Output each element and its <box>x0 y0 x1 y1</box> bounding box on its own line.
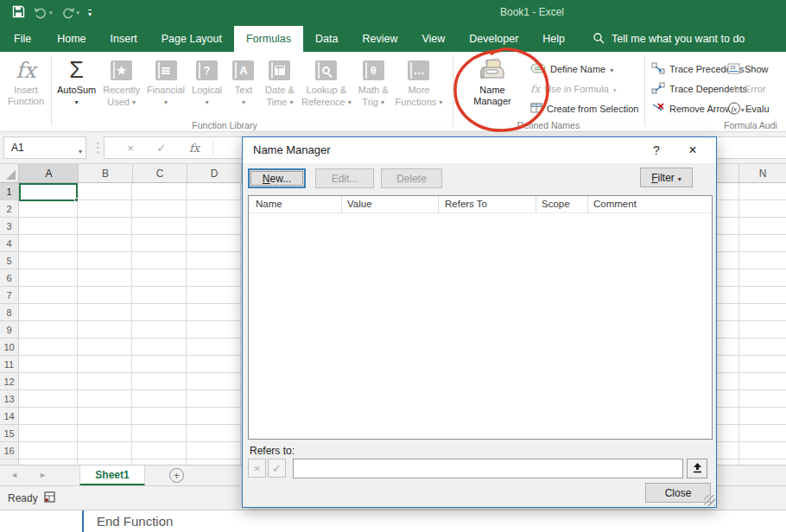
tab-insert[interactable]: Insert <box>98 26 149 52</box>
tab-page-layout[interactable]: Page Layout <box>149 26 234 52</box>
row-header-2[interactable]: 2 <box>0 200 18 218</box>
error-checking-button[interactable]: Error <box>727 79 765 98</box>
svg-text:15: 15 <box>730 64 736 69</box>
new-button[interactable]: New... <box>248 168 306 188</box>
column-header-b[interactable]: B <box>78 164 132 182</box>
column-header-n[interactable]: N <box>738 164 786 182</box>
row-header-16[interactable]: 16 <box>0 442 18 459</box>
logical-button[interactable]: ? Logical <box>188 52 225 108</box>
filter-button[interactable]: Filter <box>640 168 693 187</box>
lookup-reference-button[interactable]: Lookup & Reference <box>298 52 355 108</box>
row-header-4[interactable]: 4 <box>0 235 18 252</box>
tab-help[interactable]: Help <box>530 26 577 52</box>
resize-grip[interactable] <box>704 495 715 506</box>
refers-cancel-button[interactable]: × <box>248 459 266 478</box>
name-box-caret-icon[interactable] <box>79 144 82 156</box>
calendar-clock-icon <box>269 60 290 80</box>
col-scope[interactable]: Scope <box>542 199 570 209</box>
row-header-13[interactable]: 13 <box>0 390 18 408</box>
col-name[interactable]: Name <box>256 199 282 209</box>
tab-review[interactable]: Review <box>350 26 409 52</box>
tab-developer[interactable]: Developer <box>457 26 530 52</box>
sheet-tab-sheet1[interactable]: Sheet1 <box>79 466 145 486</box>
show-formulas-button[interactable]: 15 Show <box>727 60 769 79</box>
undo-button[interactable]: ▾ <box>34 7 53 19</box>
row-header-7[interactable]: 7 <box>0 287 18 304</box>
row-header-9[interactable]: 9 <box>0 321 18 339</box>
sheet-nav-left-icon[interactable]: ◄ <box>10 471 18 479</box>
collapse-arrow-icon <box>693 461 702 477</box>
date-time-button[interactable]: Date & Time <box>262 52 298 108</box>
math-trig-button[interactable]: θ Math & Trig <box>355 52 392 108</box>
column-header-a[interactable]: A <box>19 164 78 182</box>
dialog-title-bar[interactable]: Name Manager ? × <box>243 137 716 163</box>
card-file-drawer-icon <box>479 57 506 84</box>
tab-view[interactable]: View <box>409 26 457 52</box>
book-a-icon: A <box>232 60 254 80</box>
row-header-10[interactable]: 10 <box>0 339 18 356</box>
row-header-14[interactable]: 14 <box>0 408 18 425</box>
dialog-close-icon[interactable]: × <box>680 141 706 160</box>
name-manager-button[interactable]: Name Manager <box>460 52 525 106</box>
text-button[interactable]: A Text <box>225 52 262 108</box>
row-header-8[interactable]: 8 <box>0 304 18 321</box>
confirm-entry-icon[interactable]: ✓ <box>150 136 173 159</box>
column-header-c[interactable]: C <box>132 164 187 182</box>
dropdown-caret-icon <box>439 96 442 109</box>
refers-confirm-button[interactable]: ✓ <box>268 459 286 478</box>
insert-function-button[interactable]: fx Insert Function <box>2 52 50 106</box>
macro-record-icon[interactable] <box>43 491 56 507</box>
use-in-formula-button[interactable]: fx Use in Formula <box>530 79 617 98</box>
new-sheet-button[interactable]: + <box>169 468 184 483</box>
tab-formulas[interactable]: Formulas <box>234 26 303 52</box>
customize-qat-icon[interactable]: ▾ <box>88 10 92 17</box>
tell-me-box[interactable]: Tell me what you want to do <box>577 26 745 52</box>
grid-selection-icon <box>530 103 542 115</box>
fill-handle[interactable] <box>74 198 79 202</box>
financial-button[interactable]: Financial <box>143 52 188 108</box>
select-all-corner[interactable] <box>0 164 19 182</box>
row-header-5[interactable]: 5 <box>0 252 18 269</box>
col-refers-to[interactable]: Refers To <box>445 199 487 209</box>
row-header-12[interactable]: 12 <box>0 373 18 390</box>
sheet-nav-right-icon[interactable]: ► <box>39 471 47 479</box>
row-header-15[interactable]: 15 <box>0 425 18 442</box>
column-header-d[interactable]: D <box>187 164 241 182</box>
dropdown-caret-icon <box>381 96 384 109</box>
selected-cell-a1[interactable] <box>19 183 78 201</box>
create-from-selection-button[interactable]: Create from Selection <box>530 99 638 118</box>
tab-file[interactable]: File <box>0 26 45 52</box>
evaluate-formula-button[interactable]: fx Evalu <box>727 99 770 118</box>
recently-used-button[interactable]: ★ Recently Used <box>99 52 143 108</box>
tab-home[interactable]: Home <box>45 26 98 52</box>
search-icon <box>593 32 605 47</box>
cancel-entry-icon[interactable]: × <box>119 136 142 159</box>
insert-function-fx-icon[interactable]: fx <box>183 136 206 159</box>
refers-to-input[interactable] <box>293 459 683 478</box>
function-library-group: Σ AutoSum ★ Recently Used Financial ? Lo… <box>54 52 446 120</box>
collapse-dialog-button[interactable] <box>687 459 707 478</box>
define-name-button[interactable]: Define Name <box>530 60 613 79</box>
col-comment[interactable]: Comment <box>593 199 637 209</box>
tab-data[interactable]: Data <box>303 26 350 52</box>
grid-line <box>77 183 78 465</box>
name-box[interactable]: A1 <box>3 136 86 159</box>
redo-button[interactable]: ▾ <box>61 7 80 19</box>
ribbon-tab-row: File Home Insert Page Layout Formulas Da… <box>0 26 786 52</box>
row-header-3[interactable]: 3 <box>0 218 18 235</box>
col-value[interactable]: Value <box>347 199 372 209</box>
autosum-button[interactable]: Σ AutoSum <box>54 52 99 108</box>
delete-button[interactable]: Delete <box>381 168 442 188</box>
row-header-11[interactable]: 11 <box>0 356 18 373</box>
dialog-help-button[interactable]: ? <box>645 141 668 160</box>
names-list[interactable]: Name Value Refers To Scope Comment <box>248 195 713 440</box>
dropdown-caret-icon <box>164 96 168 109</box>
sigma-icon: Σ <box>69 59 84 82</box>
close-button[interactable]: Close <box>645 483 711 503</box>
row-header-6[interactable]: 6 <box>0 269 18 287</box>
edit-button[interactable]: Edit... <box>315 168 374 188</box>
row-header-1[interactable]: 1 <box>0 183 18 200</box>
more-functions-button[interactable]: … More Functions <box>392 52 447 108</box>
save-icon[interactable] <box>12 5 25 22</box>
formula-bar-drag-handle[interactable]: ⋮ <box>92 137 105 158</box>
